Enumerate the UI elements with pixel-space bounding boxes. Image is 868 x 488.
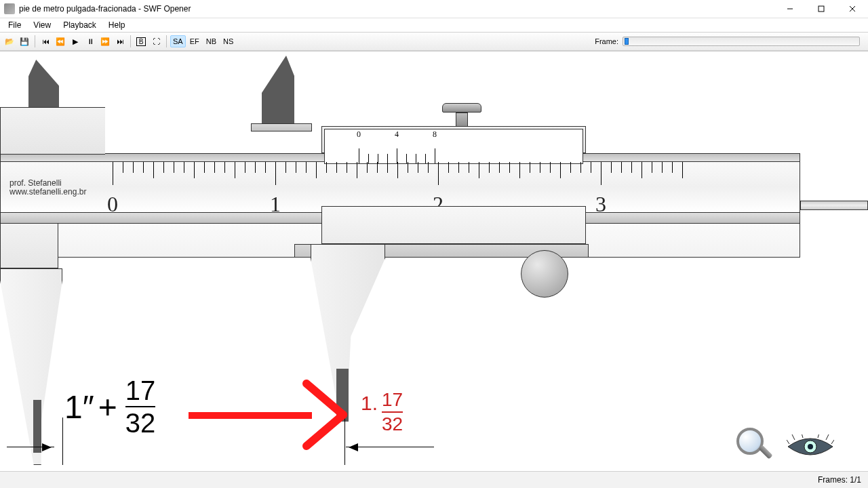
vernier-assembly[interactable]: 0 4 8 [251, 52, 590, 404]
pause-button[interactable]: ⏸ [83, 35, 97, 48]
scale-sa-button[interactable]: SA [170, 35, 186, 47]
forward-button[interactable]: ⏩ [98, 35, 112, 48]
magnifier-button[interactable] [735, 426, 773, 464]
menu-help[interactable]: Help [103, 19, 131, 31]
open-button[interactable]: 📂 [3, 35, 16, 48]
rewind-button[interactable]: ⏪ [54, 35, 67, 48]
eye-icon [787, 434, 834, 459]
skip-first-icon: ⏮ [42, 37, 50, 45]
fixed-inner-jaw [28, 60, 59, 107]
close-button[interactable] [837, 0, 868, 18]
forward-icon: ⏩ [100, 37, 110, 46]
main-scale-tick [631, 162, 632, 173]
frame-label: Frame: [595, 37, 618, 45]
main-scale-tick [306, 162, 307, 173]
main-scale-tick [367, 162, 368, 173]
main-scale-tick [397, 162, 398, 178]
result-fraction: 17 32 [382, 390, 403, 434]
skip-last-icon: ⏭ [117, 37, 124, 45]
main-scale-tick [509, 162, 510, 173]
save-button[interactable]: 💾 [18, 35, 31, 48]
main-scale-tick [611, 162, 612, 173]
menu-playback[interactable]: Playback [58, 19, 102, 31]
main-scale-tick [499, 162, 500, 173]
swf-canvas[interactable]: // generated below 0 1 2 3 prof. Stefane… [0, 51, 868, 471]
pause-icon: ⏸ [87, 37, 94, 45]
fullscreen-button[interactable]: ⛶ [149, 35, 163, 48]
fixed-head-lower [0, 224, 58, 268]
eye-button[interactable] [787, 434, 834, 459]
frames-status: Frames: 1/1 [818, 475, 861, 485]
scale-ns-button[interactable]: NS [220, 35, 236, 47]
main-scale-tick [682, 162, 683, 178]
main-scale-tick [143, 162, 144, 173]
save-icon: 💾 [20, 37, 29, 46]
dim-arrow-left [7, 447, 54, 447]
main-scale-tick [408, 162, 408, 173]
main-scale-tick [652, 162, 652, 173]
frame-slider-thumb[interactable] [625, 38, 629, 45]
vernier-mark-4: 4 [395, 129, 399, 140]
svg-line-4 [307, 384, 343, 415]
fixed-head [0, 107, 105, 155]
rewind-icon: ⏪ [56, 37, 65, 46]
border-toggle-button[interactable]: B [134, 35, 148, 48]
main-scale-tick [479, 162, 479, 178]
main-scale-tick [204, 162, 205, 173]
result-whole: 1. [361, 392, 378, 415]
menu-file[interactable]: File [3, 19, 26, 31]
result-arrow-head [301, 375, 355, 457]
main-scale-tick [662, 162, 663, 173]
svg-line-5 [307, 415, 343, 446]
main-scale-tick [184, 162, 184, 173]
vernier-tick [368, 154, 369, 163]
main-scale-tick [448, 162, 449, 173]
main-scale-tick [519, 162, 520, 178]
toolbar: 📂 💾 ⏮ ⏪ ▶ ⏸ ⏩ ⏭ B ⛶ SA EF NB NS Frame: [0, 32, 868, 51]
main-scale-tick [336, 162, 337, 173]
window-title: pie de metro pulgada-fracionada - SWF Op… [19, 4, 191, 14]
main-scale-tick [458, 162, 459, 173]
main-scale-tick [469, 162, 469, 173]
main-scale-tick [418, 162, 418, 173]
svg-point-7 [808, 444, 813, 449]
measure-fraction: 17 32 [125, 377, 156, 436]
titlebar: pie de metro pulgada-fracionada - SWF Op… [0, 0, 868, 18]
frame-slider[interactable] [623, 37, 860, 46]
vernier-mark-8: 8 [433, 129, 437, 140]
last-frame-button[interactable]: ⏭ [113, 35, 127, 48]
lock-screw[interactable] [456, 113, 468, 127]
dim-leader-left [62, 418, 63, 465]
main-scale-tick [642, 162, 642, 178]
thumb-wheel[interactable] [521, 250, 568, 298]
vernier-tick [397, 148, 397, 163]
main-scale-tick [285, 162, 286, 173]
main-scale-tick [255, 162, 256, 173]
main-scale-tick [601, 162, 601, 185]
main-scale-tick [387, 162, 388, 173]
measurement-expression: 1″ + 17 32 [64, 377, 159, 436]
measure-frac-num: 17 [125, 377, 156, 404]
play-button[interactable]: ▶ [68, 35, 82, 48]
vernier-mark-0: 0 [357, 129, 361, 140]
measure-whole: 1″ [64, 388, 94, 426]
main-scale-tick [530, 162, 530, 173]
result-frac-num: 17 [382, 390, 403, 409]
main-scale-tick [326, 162, 327, 173]
main-scale-tick [163, 162, 164, 173]
maximize-button[interactable] [806, 0, 837, 18]
folder-open-icon: 📂 [5, 37, 14, 46]
main-scale-tick [560, 162, 561, 178]
main-scale-tick [489, 162, 490, 173]
main-scale-tick [235, 162, 235, 178]
main-scale-tick [621, 162, 622, 173]
play-icon: ▶ [73, 37, 78, 46]
main-scale-tick [347, 162, 347, 173]
main-scale-tick [357, 162, 357, 178]
menu-view[interactable]: View [28, 19, 56, 31]
lock-screw-cap[interactable] [442, 103, 481, 113]
scale-ef-button[interactable]: EF [187, 35, 202, 47]
first-frame-button[interactable]: ⏮ [39, 35, 52, 48]
minimize-button[interactable] [774, 0, 806, 18]
scale-nb-button[interactable]: NB [203, 35, 219, 47]
